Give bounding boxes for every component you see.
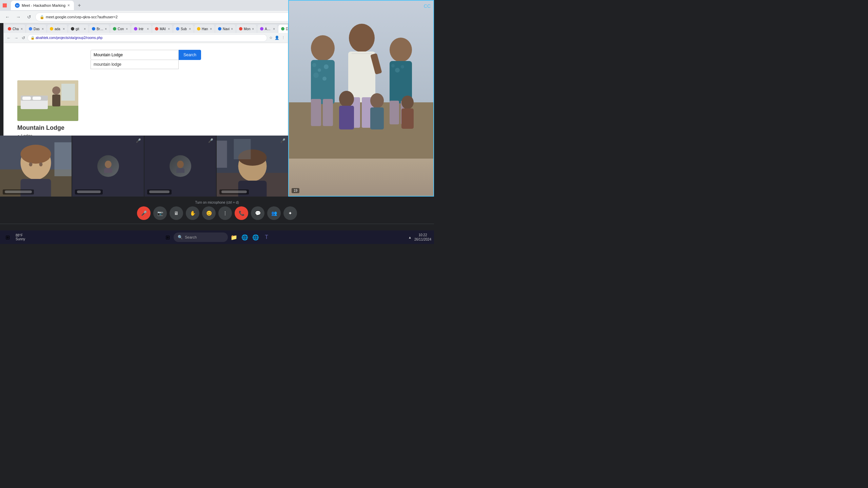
svg-point-23 <box>349 24 375 52</box>
svg-rect-62 <box>234 139 251 159</box>
more-options-button[interactable]: ⋮ <box>218 206 232 220</box>
svg-point-18 <box>324 64 329 69</box>
camera-toggle-button[interactable]: 📷 <box>153 206 167 220</box>
inner-tab-intr[interactable]: Intr × <box>131 25 152 33</box>
taskbar-teams-icon[interactable]: T <box>262 232 271 242</box>
inner-tab-das[interactable]: Das × <box>26 25 46 33</box>
windows-taskbar: ⊞ 88°F Sunny ⊞ 🔍 Search 📁 🌐 🌐 T ▲ 10:22 … <box>0 230 434 244</box>
meet-thumb-3: 🎤 <box>144 136 216 197</box>
meet-thumb-1-name <box>3 189 34 195</box>
meet-thumb-1 <box>0 136 72 197</box>
microphone-muted-icon: 🎤 <box>141 210 147 216</box>
inner-tab-adm[interactable]: Adm × <box>257 25 278 33</box>
svg-rect-25 <box>352 53 372 54</box>
chat-button[interactable]: 💬 <box>251 206 264 220</box>
result-title: Mountain Lodge <box>17 124 274 131</box>
back-button[interactable]: ← <box>3 12 12 22</box>
autocomplete-item[interactable]: mountain lodge <box>91 60 178 69</box>
inner-menu-icon[interactable]: ⋮ <box>281 36 286 40</box>
meet-caption-icon[interactable]: CC <box>424 3 431 9</box>
svg-rect-21 <box>311 99 321 126</box>
taskbar-file-explorer-icon[interactable]: 📁 <box>229 232 239 242</box>
microphone-toggle-button[interactable]: 🎤 <box>137 206 151 220</box>
inner-bookmark-icon[interactable]: ☆ <box>269 36 273 40</box>
chat-icon: 💬 <box>255 210 261 216</box>
taskbar-search-icon: 🔍 <box>178 235 183 240</box>
taskbar-edge-icon[interactable]: 🌐 <box>251 232 260 242</box>
inner-address-input[interactable]: 🔒 alvahtek.com/projects/ota/group2/rooms… <box>27 34 267 42</box>
meet-thumb-3-name <box>147 189 172 195</box>
inner-tab-bar: Cha × Das × ada × git × Brad × <box>4 23 288 33</box>
svg-rect-37 <box>339 106 354 129</box>
svg-rect-6 <box>22 97 31 100</box>
inner-tab-mai[interactable]: MAI × <box>152 25 173 33</box>
svg-rect-61 <box>217 141 227 168</box>
inner-back-button[interactable]: ← <box>6 36 12 40</box>
address-text: meet.google.com/cep-qkra-scc?authuser=2 <box>46 15 118 19</box>
chrome-tab-title: Meet - Hackathon Marking <box>22 3 65 7</box>
meet-thumb-4-mute-icon: 🎤 <box>280 138 285 143</box>
inner-refresh-button[interactable]: ↺ <box>21 36 26 40</box>
activities-button[interactable]: ✦ <box>283 206 297 220</box>
meet-toolbar-buttons: 🎤 📷 🖥 ✋ 😊 ⋮ 📞 💬 👥 <box>137 206 297 220</box>
inner-tab-han[interactable]: Han × <box>194 25 215 33</box>
share-screen-button[interactable]: 🖥 <box>170 206 183 220</box>
svg-point-48 <box>29 162 33 166</box>
inner-tab-git[interactable]: git × <box>68 25 88 33</box>
room-image <box>17 80 78 121</box>
taskbar-search-text: Search <box>185 235 197 239</box>
svg-point-8 <box>52 86 60 95</box>
end-call-button[interactable]: 📞 <box>235 206 248 220</box>
svg-rect-41 <box>401 108 414 129</box>
svg-point-31 <box>391 64 395 67</box>
meet-toolbar: Turn on microphone (ctrl + d) 🎤 📷 🖥 ✋ 😊 … <box>0 197 434 224</box>
raise-hand-icon: ✋ <box>190 210 196 216</box>
svg-point-49 <box>39 162 43 166</box>
reactions-icon: 😊 <box>206 210 212 216</box>
taskbar-time: 10:22 <box>414 233 431 237</box>
taskbar-right: ▲ 10:22 26/11/2024 <box>407 233 431 242</box>
search-button[interactable]: Search <box>179 50 201 60</box>
inner-tab-brad[interactable]: Brad × <box>89 25 110 33</box>
svg-rect-10 <box>61 84 75 101</box>
people-button[interactable]: 👥 <box>267 206 281 220</box>
reactions-button[interactable]: 😊 <box>202 206 216 220</box>
inner-tab-cha[interactable]: Cha × <box>5 25 25 33</box>
taskbar-chrome-icon[interactable]: 🌐 <box>240 232 250 242</box>
chrome-tab-close-icon[interactable]: × <box>67 3 70 8</box>
meet-thumb-3-mute-icon: 🎤 <box>208 138 213 143</box>
taskbar-windows-icon[interactable]: ⊞ <box>163 232 172 242</box>
forward-button[interactable]: → <box>14 12 23 22</box>
chrome-tab-meet[interactable]: M Meet - Hackathon Marking × <box>11 1 74 10</box>
taskbar-weather: 88°F Sunny <box>14 233 27 241</box>
inner-tab-con[interactable]: Con × <box>110 25 131 33</box>
inner-address-text: alvahtek.com/projects/ota/group2/rooms.p… <box>36 36 102 40</box>
inner-tab-sub[interactable]: Sub × <box>173 25 194 33</box>
inner-tab-mon[interactable]: Mon × <box>236 25 257 33</box>
end-call-icon: 📞 <box>239 210 244 216</box>
inner-profile-icon[interactable]: 👤 <box>274 36 280 40</box>
svg-rect-39 <box>370 107 384 129</box>
inner-address-bar: ← → ↺ 🔒 alvahtek.com/projects/ota/group2… <box>4 33 288 43</box>
new-tab-button[interactable]: + <box>75 1 83 9</box>
svg-point-32 <box>395 68 400 73</box>
windows-start-button[interactable]: ⊞ <box>3 232 12 242</box>
taskbar-search-box[interactable]: 🔍 Search <box>174 232 228 242</box>
refresh-button[interactable]: ↺ <box>24 12 34 22</box>
inner-tab-navi[interactable]: Navi × <box>215 25 236 33</box>
meet-thumb-2-mute-icon: 🎤 <box>136 138 141 143</box>
svg-point-20 <box>322 77 327 81</box>
search-wrapper: mountain lodge <box>91 50 179 60</box>
search-input[interactable] <box>91 50 179 60</box>
inner-tab-ada[interactable]: ada × <box>47 25 67 33</box>
svg-rect-7 <box>33 97 41 100</box>
taskbar-date: 26/11/2024 <box>414 237 431 242</box>
meet-badge-count: 19 <box>294 189 297 192</box>
meet-thumb-3-avatar <box>170 155 191 177</box>
search-row: mountain lodge Search <box>11 50 281 60</box>
raise-hand-button[interactable]: ✋ <box>186 206 199 220</box>
svg-point-29 <box>390 38 412 62</box>
inner-forward-button[interactable]: → <box>13 36 19 40</box>
inner-tab-doc[interactable]: Doc × <box>278 25 288 33</box>
meet-thumb-2-avatar <box>97 155 119 177</box>
